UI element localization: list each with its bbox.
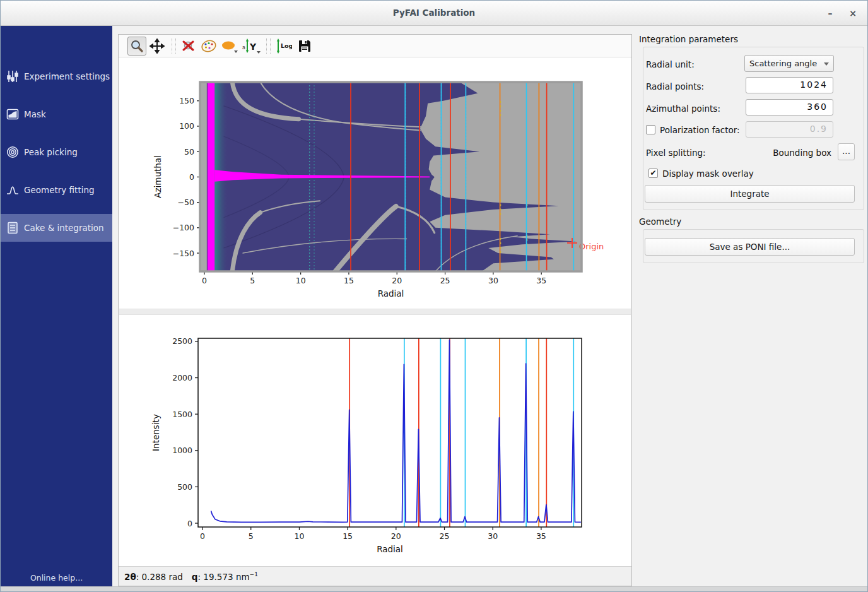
y-tick-label: −100: [173, 223, 194, 232]
x-tick-label: 10: [296, 276, 306, 285]
integrate-button[interactable]: Integrate: [645, 185, 855, 203]
y-tick-label: 0: [187, 519, 192, 528]
radial-unit-value: Scattering angle 2: [749, 59, 819, 68]
plot-toolbar: a Y Log: [119, 35, 631, 57]
y-axis-label: Azimuthal: [153, 155, 163, 198]
x-tick-label: 15: [343, 531, 353, 541]
chevron-down-icon: [257, 51, 261, 54]
y-tick-label: 2000: [172, 373, 192, 382]
origin-label: Origin: [579, 242, 604, 251]
save-icon: [297, 38, 312, 54]
window-bottom-edge: [1, 586, 867, 591]
cake-plot[interactable]: Origin05101520253035−150−100−50050100150…: [137, 69, 631, 308]
y-tick-label: 50: [184, 147, 194, 157]
y-tick-label: −50: [178, 198, 194, 207]
y-axis-icon: a Y: [242, 38, 261, 54]
radial-unit-select[interactable]: Scattering angle 2: [744, 55, 834, 72]
sidebar-item-label: Geometry fitting: [24, 185, 95, 195]
mask-overlay-checkbox[interactable]: ✔: [648, 169, 658, 178]
sidebar-item-peak-picking[interactable]: Peak picking: [1, 138, 112, 166]
pixel-splitting-value: Bounding box: [738, 148, 831, 158]
sidebar-item-experiment-settings[interactable]: Experiment settings: [1, 62, 112, 90]
x-tick-label: 35: [536, 531, 546, 541]
q-exponent: −1: [250, 571, 258, 577]
title-bar: PyFAI Calibration – ×: [1, 1, 867, 26]
plot-panel: a Y Log: [118, 34, 632, 586]
x-axis-label: Radial: [378, 288, 404, 299]
sidebar-item-mask[interactable]: Mask: [1, 100, 112, 128]
y-autoscale-button[interactable]: a Y: [241, 37, 261, 56]
y-axis-label: Intensity: [151, 414, 161, 451]
geometry-title: Geometry: [639, 216, 681, 227]
status-bar: 2θ: 0.288 radq: 19.573 nm−1: [119, 566, 631, 586]
mask-overlay-label: Display mask overlay: [662, 169, 754, 179]
sidebar-item-label: Cake & integration: [24, 223, 104, 233]
q-value: : 19.573 nm: [198, 572, 250, 582]
reset-zoom-button[interactable]: [179, 37, 198, 56]
window-title: PyFAI Calibration: [1, 8, 867, 18]
x-tick-label: 20: [391, 531, 401, 541]
zoom-tool-button[interactable]: [127, 37, 146, 56]
svg-text:a: a: [242, 45, 245, 50]
ellipse-icon: [221, 38, 238, 54]
log-arrow-icon: Log: [274, 38, 292, 54]
y-tick-label: 100: [179, 121, 194, 131]
online-help-link[interactable]: Online help...: [1, 573, 112, 583]
x-tick-label: 5: [250, 276, 255, 285]
y-tick-label: 0: [189, 172, 194, 182]
zoom-reset-icon: [181, 38, 196, 54]
magnifier-icon: [129, 38, 144, 54]
sidebar: Experiment settings Mask Peak picking Ge…: [1, 26, 112, 588]
svg-text:Y: Y: [249, 42, 257, 52]
y-tick-label: 150: [179, 96, 194, 105]
x-tick-label: 30: [488, 531, 498, 541]
cake-list-icon: [6, 222, 19, 234]
intensity-plot[interactable]: 0510152025303505001000150020002500Radial…: [137, 326, 631, 564]
pixel-splitting-more-button[interactable]: ...: [838, 143, 855, 160]
integration-parameters-group: Radial unit: Scattering angle 2 Radial p…: [643, 47, 864, 210]
y-tick-label: 500: [177, 482, 192, 492]
x-tick-label: 0: [200, 531, 205, 541]
sidebar-item-cake-integration[interactable]: Cake & integration: [1, 214, 112, 242]
toolbar-separator: [266, 38, 271, 54]
azimuthal-points-input[interactable]: 360: [746, 99, 833, 115]
x-tick-label: 20: [392, 276, 402, 285]
polarization-label: Polarization factor:: [660, 125, 740, 135]
radial-unit-label: Radial unit:: [646, 59, 695, 69]
colormap-button[interactable]: [199, 37, 218, 56]
save-poni-button[interactable]: Save as PONI file...: [645, 238, 855, 256]
chevron-down-icon: [824, 62, 829, 66]
polarization-checkbox[interactable]: [646, 125, 655, 134]
y-tick-label: 2500: [172, 336, 192, 346]
close-button[interactable]: ×: [845, 6, 861, 21]
palette-icon: [201, 38, 217, 54]
x-tick-label: 25: [440, 276, 450, 285]
x-tick-label: 30: [488, 276, 498, 285]
x-tick-label: 35: [536, 276, 546, 285]
integration-parameters-title: Integration parameters: [639, 34, 738, 44]
pan-arrows-icon: [150, 38, 165, 54]
x-tick-label: 5: [249, 531, 254, 541]
mask-tool-button[interactable]: [220, 37, 240, 56]
options-panel: Integration parameters Radial unit: Scat…: [638, 26, 865, 588]
geometry-group: Save as PONI file...: [643, 229, 864, 263]
save-figure-button[interactable]: [295, 37, 314, 56]
x-tick-label: 10: [294, 531, 304, 541]
chevron-down-icon: [234, 50, 238, 53]
pixel-splitting-label: Pixel splitting:: [646, 148, 706, 158]
check-icon: ✔: [650, 169, 656, 177]
pan-tool-button[interactable]: [148, 37, 167, 56]
q-label: q: [192, 572, 198, 582]
azimuthal-points-label: Azimuthal points:: [646, 104, 720, 114]
radial-points-input[interactable]: 1024: [746, 77, 833, 93]
x-tick-label: 0: [202, 276, 207, 285]
minimize-button[interactable]: –: [822, 6, 838, 21]
tth-label: 2θ: [124, 572, 136, 582]
log-scale-button[interactable]: Log: [274, 37, 293, 56]
peak-curve-icon: [6, 184, 19, 196]
y-tick-label: 1000: [172, 446, 192, 455]
y-tick-label: 1500: [172, 410, 192, 419]
x-tick-label: 25: [440, 531, 450, 541]
sidebar-item-geometry-fitting[interactable]: Geometry fitting: [1, 176, 112, 204]
sidebar-item-label: Mask: [24, 109, 46, 119]
